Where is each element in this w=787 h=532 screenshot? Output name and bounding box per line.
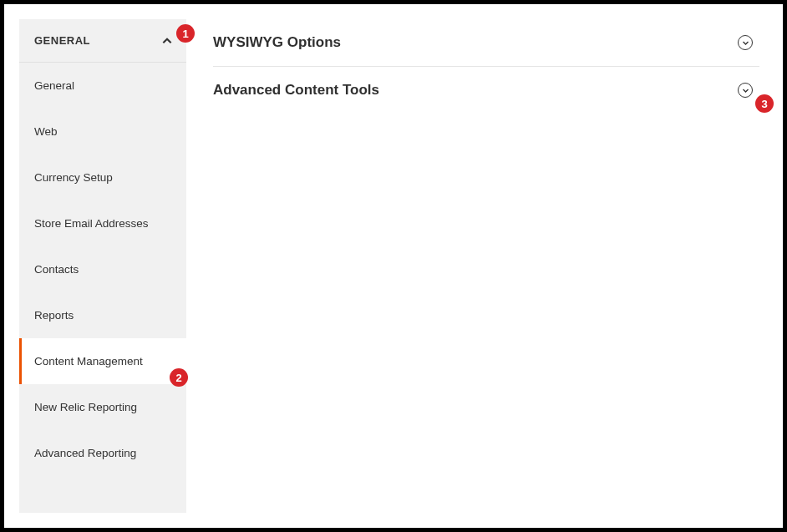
sidebar-item-label: New Relic Reporting bbox=[34, 401, 137, 413]
sidebar-section-header[interactable]: GENERAL bbox=[19, 19, 186, 63]
sidebar-item-label: Reports bbox=[34, 309, 74, 322]
chevron-down-icon bbox=[738, 83, 753, 98]
sidebar-item-currency-setup[interactable]: Currency Setup bbox=[19, 155, 186, 200]
section-advanced-content-tools[interactable]: Advanced Content Tools bbox=[213, 67, 759, 114]
sidebar-item-label: Store Email Addresses bbox=[34, 217, 149, 230]
annotation-badge-2: 2 bbox=[170, 368, 188, 387]
sidebar-header-title: GENERAL bbox=[34, 34, 90, 47]
chevron-up-icon bbox=[161, 35, 173, 47]
chevron-down-icon bbox=[738, 35, 753, 50]
sidebar: GENERAL General Web Currency Setup Store… bbox=[19, 19, 186, 513]
section-title: Advanced Content Tools bbox=[213, 82, 379, 99]
sidebar-item-contacts[interactable]: Contacts bbox=[19, 246, 186, 292]
sidebar-item-label: Contacts bbox=[34, 263, 79, 276]
sidebar-item-general[interactable]: General bbox=[19, 63, 186, 109]
section-title: WYSIWYG Options bbox=[213, 34, 341, 51]
sidebar-item-label: Content Management bbox=[34, 355, 143, 367]
sidebar-item-new-relic[interactable]: New Relic Reporting bbox=[19, 384, 186, 430]
sidebar-item-advanced-reporting[interactable]: Advanced Reporting bbox=[19, 430, 186, 476]
sidebar-item-label: Web bbox=[34, 125, 58, 138]
sidebar-item-content-management[interactable]: Content Management bbox=[19, 338, 186, 384]
sidebar-item-label: Currency Setup bbox=[34, 171, 113, 184]
main-content: WYSIWYG Options Advanced Content Tools bbox=[186, 19, 768, 513]
sidebar-item-reports[interactable]: Reports bbox=[19, 292, 186, 338]
sidebar-item-store-email[interactable]: Store Email Addresses bbox=[19, 200, 186, 246]
section-wysiwyg-options[interactable]: WYSIWYG Options bbox=[213, 19, 759, 67]
sidebar-item-label: Advanced Reporting bbox=[34, 447, 136, 459]
sidebar-item-web[interactable]: Web bbox=[19, 109, 186, 155]
sidebar-item-label: General bbox=[34, 79, 74, 92]
annotation-badge-3: 3 bbox=[755, 94, 774, 113]
annotation-badge-1: 1 bbox=[176, 24, 195, 43]
sidebar-items: General Web Currency Setup Store Email A… bbox=[19, 63, 186, 476]
